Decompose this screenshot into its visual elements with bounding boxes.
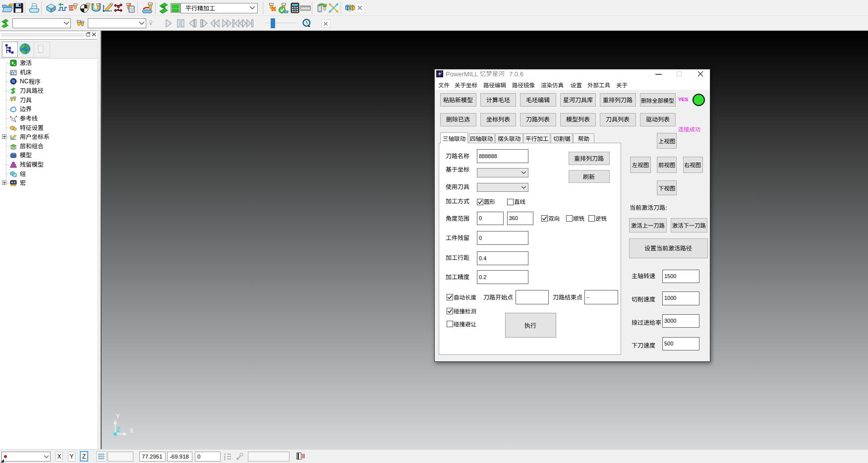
svg-text:X: X bbox=[129, 427, 133, 434]
svg-text:Y: Y bbox=[116, 413, 120, 420]
svg-text:z: z bbox=[224, 458, 226, 461]
svg-text:Z: Z bbox=[116, 426, 120, 433]
